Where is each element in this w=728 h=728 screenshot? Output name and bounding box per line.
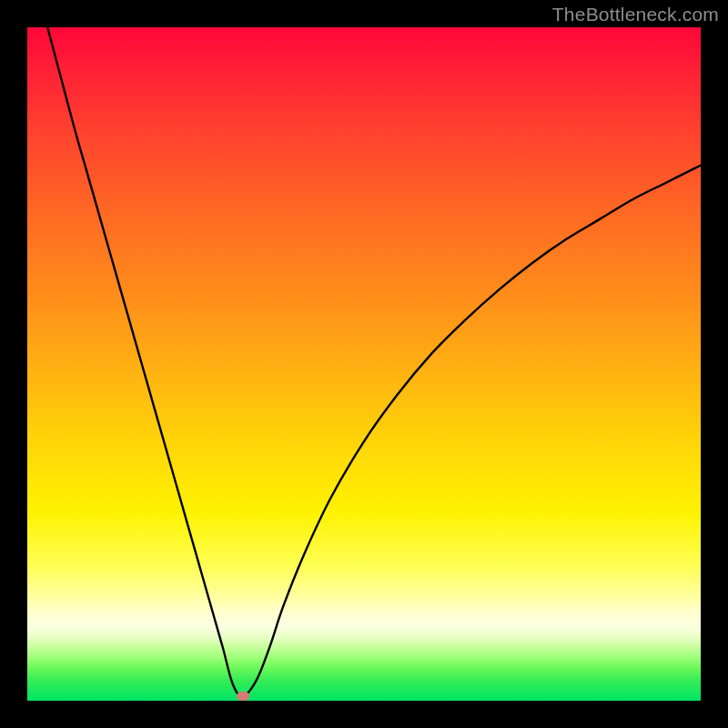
watermark-text: TheBottleneck.com [552,4,719,25]
bottleneck-curve [27,27,701,701]
optimal-point-marker [237,692,249,701]
chart-plot-area [27,27,701,701]
